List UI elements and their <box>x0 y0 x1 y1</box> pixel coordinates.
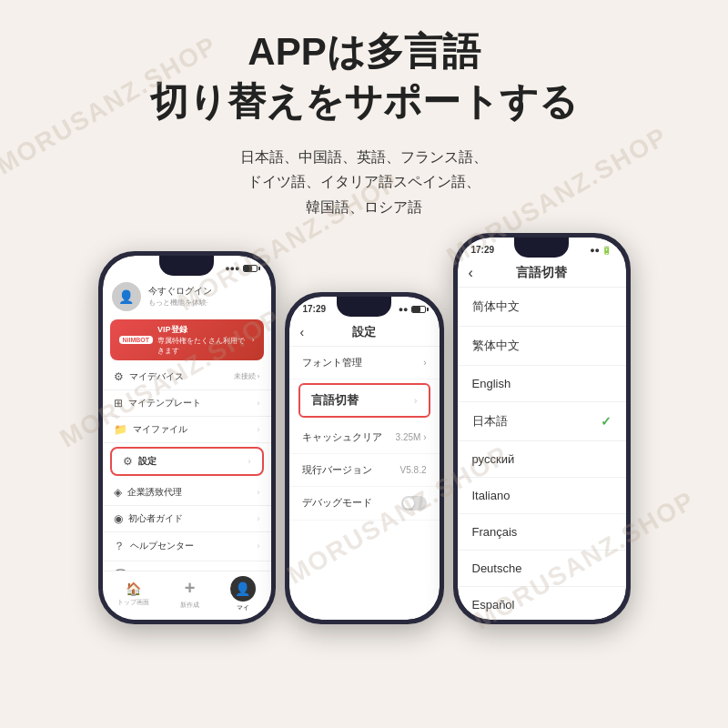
main-title: APPは多言語 切り替えをサポートする <box>18 27 710 126</box>
create-icon: + <box>185 578 196 599</box>
settings-header: ‹ 設定 <box>289 318 440 347</box>
guide-label: 初心者ガイド <box>128 512 183 525</box>
vip-label: VIP登録 <box>157 324 248 336</box>
login-text-block: 今すぐログイン もっと機能を体験· <box>148 285 212 308</box>
menu-guide[interactable]: ◉ 初心者ガイド › <box>103 506 271 532</box>
phone-mid: 17:29 ●● ‹ 設定 フォント管理 › 言語切替 › <box>285 292 444 624</box>
menu-guide-left: ◉ 初心者ガイド <box>114 512 183 525</box>
enterprise-chevron: › <box>258 488 260 497</box>
guide-chevron: › <box>258 514 260 523</box>
menu-files[interactable]: 📁 マイファイル › <box>103 417 271 443</box>
settings-title: 設定 <box>352 324 376 340</box>
files-icon: 📁 <box>114 423 127 436</box>
lang-item-4[interactable]: русский <box>458 441 626 478</box>
lang-item-6[interactable]: Français <box>458 514 626 551</box>
screen-mid: 17:29 ●● ‹ 設定 フォント管理 › 言語切替 › <box>289 297 440 620</box>
lang-name-8: Español <box>472 598 515 612</box>
nav-create[interactable]: + 新作成 <box>180 578 199 610</box>
lang-item-8[interactable]: Español <box>458 587 626 620</box>
template-label: マイテンプレート <box>128 397 201 410</box>
my-icon: 👤 <box>235 581 250 596</box>
battery-icon-left <box>243 265 258 272</box>
cache-label: キャッシュクリア <box>302 430 382 444</box>
lang-item-7[interactable]: Deutsche <box>458 551 626 587</box>
debug-label: デバッグモード <box>302 496 372 510</box>
time-mid: 17:29 <box>303 304 327 314</box>
enterprise-label: 企業誘致代理 <box>127 486 182 499</box>
status-icons-right: ●● 🔋 <box>590 246 612 255</box>
menu-files-left: 📁 マイファイル <box>114 423 187 436</box>
lang-item-1[interactable]: 繁体中文 <box>458 327 626 366</box>
status-icons-mid: ●● <box>399 305 426 314</box>
lang-name-1: 繁体中文 <box>472 338 520 354</box>
vip-banner[interactable]: NiIMBOT VIP登録 専属特権をたくさん利用できます › <box>110 319 264 360</box>
signal-icon-right: ●● 🔋 <box>590 246 612 255</box>
debug-item[interactable]: デバッグモード <box>289 487 440 521</box>
screen-right: 17:29 ●● 🔋 ‹ 言語切替 简体中文繁体中文English日本語✓рус… <box>458 238 626 620</box>
template-icon: ⊞ <box>114 397 123 410</box>
help-icon: ？ <box>114 539 125 554</box>
notch-right <box>514 238 569 258</box>
vip-sub: 専属特権をたくさん利用できます <box>157 336 248 356</box>
lang-item-5[interactable]: Italiano <box>458 478 626 514</box>
language-header: ‹ 言語切替 <box>458 259 626 288</box>
lang-item-0[interactable]: 简体中文 <box>458 288 626 327</box>
version-label: 現行バージョン <box>302 463 372 477</box>
font-chevron: › <box>423 358 426 368</box>
settings-chevron: › <box>248 457 251 466</box>
home-icon: 🏠 <box>126 581 141 596</box>
nav-my[interactable]: 👤 マイ <box>230 576 256 612</box>
settings-left: ⚙ 設定 <box>123 455 157 468</box>
font-item[interactable]: フォント管理 › <box>289 347 440 379</box>
nav-home[interactable]: 🏠 トップ画面 <box>117 581 149 607</box>
phones-container: ●●● 👤 今すぐログイン もっと機能を体験· NiIMBOT VIP登録 専属… <box>0 233 728 624</box>
lang-name-3: 日本語 <box>472 413 508 430</box>
debug-toggle[interactable] <box>401 496 427 511</box>
menu-device[interactable]: ⚙ マイデバイス 未接続 › <box>103 364 271 390</box>
phone-right: 17:29 ●● 🔋 ‹ 言語切替 简体中文繁体中文English日本語✓рус… <box>453 233 631 624</box>
signal-icon: ●●● <box>225 264 239 273</box>
subtext-line3: 韓国語、ロシア語 <box>0 195 728 219</box>
my-icon-circle: 👤 <box>230 576 256 602</box>
font-label: フォント管理 <box>302 356 362 369</box>
back-button-mid[interactable]: ‹ <box>300 325 305 339</box>
language-item-highlighted[interactable]: 言語切替 › <box>298 383 430 418</box>
bottom-nav: 🏠 トップ画面 + 新作成 👤 マイ <box>103 571 271 620</box>
help-label: ヘルプセンター <box>130 540 194 552</box>
settings-item[interactable]: ⚙ 設定 › <box>110 447 264 476</box>
settings-label: 設定 <box>138 455 157 468</box>
language-list: 简体中文繁体中文English日本語✓русскийItalianoFrança… <box>458 288 626 620</box>
template-chevron: › <box>258 399 260 408</box>
language-chevron: › <box>414 395 418 406</box>
help-chevron: › <box>258 541 260 551</box>
battery-icon-mid <box>411 306 426 313</box>
notch-mid <box>337 297 391 317</box>
subtext-line1: 日本語、中国語、英語、フランス語、 <box>0 145 728 169</box>
toggle-knob <box>403 498 414 509</box>
lang-name-0: 简体中文 <box>472 298 520 315</box>
vip-badge: NiIMBOT <box>119 336 154 344</box>
status-icons-left: ●●● <box>225 264 257 273</box>
header: APPは多言語 切り替えをサポートする <box>0 0 728 136</box>
menu-template[interactable]: ⊞ マイテンプレート › <box>103 390 271 417</box>
menu-help[interactable]: ？ ヘルプセンター › <box>103 532 271 561</box>
cache-item[interactable]: キャッシュクリア 3.25M › <box>289 421 440 454</box>
device-label: マイデバイス <box>129 370 184 383</box>
menu-help-left: ？ ヘルプセンター <box>114 539 194 554</box>
my-label: マイ <box>237 603 249 612</box>
login-header: 👤 今すぐログイン もっと機能を体験· <box>103 278 271 316</box>
subtext-line2: ドイツ語、イタリア語スペイン語、 <box>0 169 728 194</box>
login-sub: もっと機能を体験· <box>148 298 212 308</box>
lang-name-7: Deutsche <box>472 561 522 575</box>
lang-item-3[interactable]: 日本語✓ <box>458 402 626 441</box>
language-label: 言語切替 <box>311 392 359 409</box>
lang-name-4: русский <box>472 452 515 466</box>
back-button-right[interactable]: ‹ <box>469 265 473 281</box>
lang-item-2[interactable]: English <box>458 366 626 402</box>
guide-icon: ◉ <box>114 512 123 525</box>
menu-enterprise[interactable]: ◈ 企業誘致代理 › <box>103 480 271 506</box>
phone-left: ●●● 👤 今すぐログイン もっと機能を体験· NiIMBOT VIP登録 専属… <box>98 251 276 624</box>
login-text: 今すぐログイン <box>148 285 212 298</box>
device-icon: ⚙ <box>114 370 124 383</box>
files-label: マイファイル <box>133 423 187 436</box>
